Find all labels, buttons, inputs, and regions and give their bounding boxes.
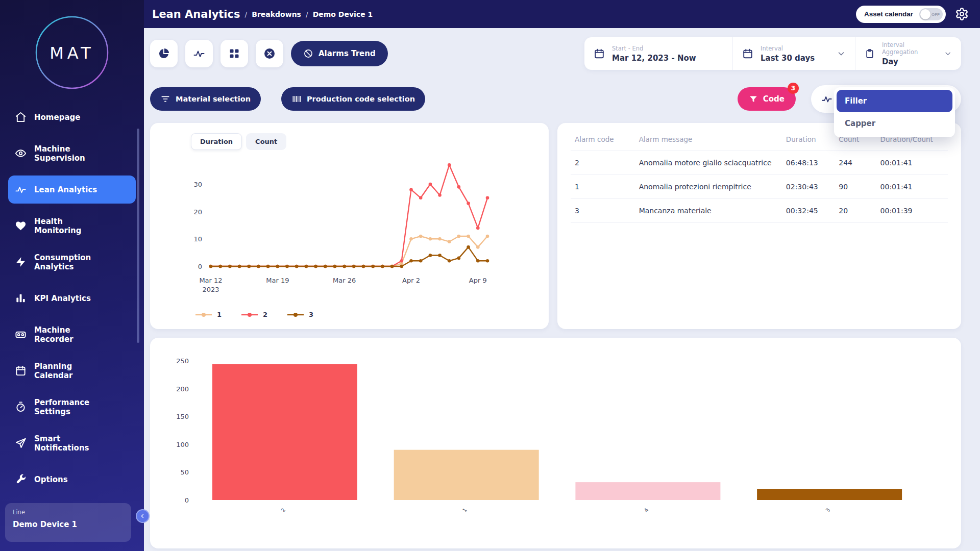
table-row[interactable]: 1Anomalia protezioni riempitrice02:30:43…: [571, 175, 948, 199]
breadcrumb-separator: /: [245, 10, 248, 18]
sidebar-item-smart-notifications[interactable]: Smart Notifications: [8, 429, 136, 457]
sidebar-item-label: Lean Analytics: [34, 185, 97, 194]
table-cell: 90: [835, 175, 876, 199]
toggle-switch[interactable]: OFF: [919, 8, 943, 20]
svg-text:30: 30: [193, 181, 202, 188]
eye-icon: [15, 147, 27, 159]
svg-text:Apr 9: Apr 9: [469, 277, 487, 284]
main-content: Alarms Trend Start - End Mar 12, 2023 - …: [144, 28, 980, 551]
toggle-knob: [920, 9, 930, 19]
sidebar-item-label: Homepage: [34, 113, 80, 122]
breadcrumb-separator: /: [306, 10, 308, 18]
chart-legend: 1 2 3: [195, 311, 313, 318]
pie-chart-icon: [158, 47, 170, 60]
table-cell: 02:30:43: [782, 175, 835, 199]
sidebar-item-consumption-analytics[interactable]: Consumption Analytics: [8, 248, 136, 276]
asset-calendar-toggle[interactable]: Asset calendar OFF: [856, 6, 946, 23]
line-chart-icon: [193, 47, 205, 60]
svg-text:Mar 19: Mar 19: [266, 277, 289, 284]
line-chart-view-button[interactable]: [185, 40, 213, 67]
duration-count-toggle: DurationCount: [191, 133, 286, 150]
sidebar-item-label: Options: [34, 475, 68, 484]
svg-text:100: 100: [176, 441, 189, 448]
device-card[interactable]: Line Demo Device 1: [5, 503, 131, 542]
legend-item-3[interactable]: 3: [287, 311, 313, 318]
table-cell: Anomalia protezioni riempitrice: [635, 175, 782, 199]
production-code-selection-button[interactable]: Production code selection: [281, 87, 425, 111]
close-circle-icon: [263, 47, 276, 60]
sidebar-item-label: Planning Calendar: [34, 362, 112, 380]
filter-icon: [749, 94, 758, 104]
svg-text:4: 4: [643, 507, 650, 513]
sidebar-item-lean-analytics[interactable]: Lean Analytics: [8, 176, 136, 204]
table-cell: 00:01:41: [876, 175, 948, 199]
device-name: Demo Device 1: [13, 520, 124, 529]
sidebar: MAT Homepage Machine Supervision Lean An…: [0, 0, 144, 551]
svg-text:0: 0: [198, 263, 202, 270]
table-row[interactable]: 2Anomalia motore giallo sciacquatrice06:…: [571, 151, 948, 175]
alarm-table: Alarm codeAlarm messageDurationCountDura…: [571, 123, 948, 223]
table-cell: 244: [835, 151, 876, 175]
tab-duration[interactable]: Duration: [191, 133, 242, 150]
column-header-alarm-code: Alarm code: [571, 123, 635, 151]
barcode-icon: [291, 94, 302, 104]
alarms-trend-card: DurationCount 0102030Mar 122023Mar 19Mar…: [150, 123, 549, 329]
svg-text:Mar 12: Mar 12: [199, 277, 222, 284]
sidebar-item-homepage[interactable]: Homepage: [8, 103, 136, 131]
pie-chart-view-button[interactable]: [150, 40, 178, 67]
dropdown-option-capper[interactable]: Capper: [837, 112, 952, 135]
chevron-down-icon: [944, 49, 952, 58]
tab-count[interactable]: Count: [246, 133, 286, 150]
logo-text: MAT: [50, 43, 94, 63]
sidebar-collapse-button[interactable]: [136, 509, 150, 523]
grid-view-button[interactable]: [220, 40, 248, 67]
svg-text:200: 200: [176, 385, 189, 393]
sidebar-item-kpi-analytics[interactable]: KPI Analytics: [8, 284, 136, 312]
table-cell: Anomalia motore giallo sciacquatrice: [635, 151, 782, 175]
table-cell: 06:48:13: [782, 151, 835, 175]
legend-item-2[interactable]: 2: [241, 311, 267, 318]
filter-dropdown: FillerCapper: [834, 87, 955, 137]
table-cell: 1: [571, 175, 635, 199]
close-circle-view-button[interactable]: [256, 40, 283, 67]
line-chart-icon: [821, 93, 832, 105]
sidebar-item-performance-settings[interactable]: Performance Settings: [8, 393, 136, 421]
calendar-icon: [742, 48, 753, 59]
heart-icon: [15, 220, 27, 232]
date-range-picker[interactable]: Start - End Mar 12, 2023 - Now: [584, 37, 732, 70]
svg-text:2: 2: [280, 507, 287, 513]
svg-text:2023: 2023: [202, 286, 219, 293]
sidebar-item-label: KPI Analytics: [34, 294, 91, 303]
sidebar-item-label: Machine Recorder: [34, 325, 112, 344]
svg-text:150: 150: [176, 413, 189, 420]
filter-bars-icon: [160, 94, 170, 104]
table-cell: 20: [835, 199, 876, 223]
sidebar-item-options[interactable]: Options: [8, 465, 136, 493]
breadcrumb-device[interactable]: Demo Device 1: [313, 10, 373, 18]
sidebar-item-machine-supervision[interactable]: Machine Supervision: [8, 139, 136, 167]
calendar-icon: [15, 365, 27, 377]
sidebar-scrollbar[interactable]: [137, 129, 139, 343]
clipboard-icon: [865, 48, 875, 59]
alarm-count-bar-chart: 0501001502002502143: [150, 338, 961, 548]
trend-icon: [15, 184, 27, 195]
sidebar-item-machine-recorder[interactable]: Machine Recorder: [8, 320, 136, 348]
breadcrumb-breakdowns[interactable]: Breakdowns: [252, 10, 301, 18]
table-cell: 3: [571, 199, 635, 223]
sidebar-item-planning-calendar[interactable]: Planning Calendar: [8, 357, 136, 385]
view-switcher: [150, 40, 283, 67]
dropdown-option-filler[interactable]: Filler: [837, 90, 952, 112]
table-row[interactable]: 3Mancanza materiale00:32:452000:01:39: [571, 199, 948, 223]
grid-icon: [228, 47, 240, 60]
aggregation-select[interactable]: Interval Aggregation Day: [855, 37, 961, 70]
svg-text:10: 10: [193, 235, 202, 243]
code-filter-button[interactable]: Code 3: [738, 87, 796, 111]
sidebar-item-health-monitoring[interactable]: Health Monitoring: [8, 212, 136, 240]
interval-select[interactable]: Interval Last 30 days: [732, 37, 855, 70]
gear-icon[interactable]: [955, 7, 969, 21]
alarms-trend-button[interactable]: Alarms Trend: [291, 41, 388, 66]
legend-item-1[interactable]: 1: [195, 311, 222, 318]
material-selection-button[interactable]: Material selection: [150, 87, 261, 111]
sidebar-item-label: Consumption Analytics: [34, 253, 112, 271]
chevron-left-icon: [139, 513, 146, 519]
